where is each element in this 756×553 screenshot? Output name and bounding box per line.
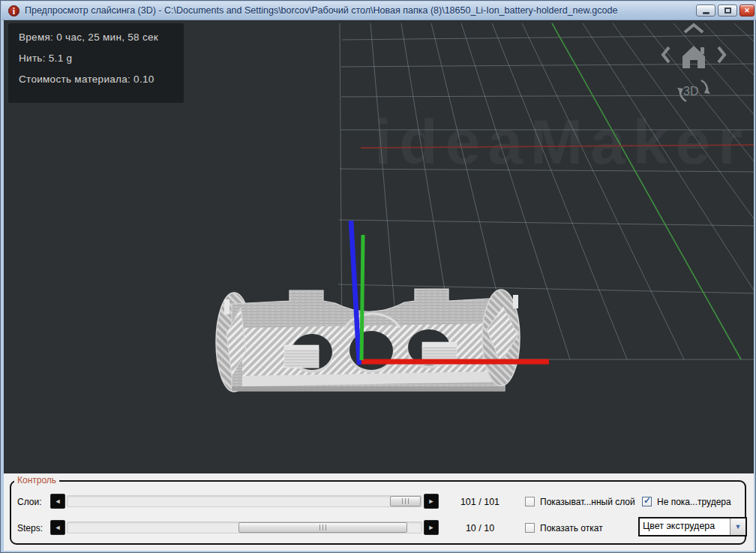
window-title: Предпросмотр слайсинга (3D) - C:\Documen… — [25, 5, 670, 16]
control-groupbox — [10, 480, 746, 545]
checkbox-hide-extruder-label[interactable]: Не пока...трудера — [657, 497, 731, 507]
control-panel: Контроль Слои: ◄ ► 101 / 101 Показыват..… — [4, 473, 754, 551]
view-home-button[interactable] — [682, 46, 705, 68]
minimize-icon — [703, 12, 710, 14]
viewport-3d[interactable]: ideaMaker — [4, 20, 754, 473]
steps-slider-left-button[interactable]: ◄ — [50, 520, 65, 535]
close-icon: ✕ — [744, 7, 750, 14]
dropdown-button[interactable]: ▼ — [730, 518, 746, 535]
right-arrow-icon: ► — [428, 497, 435, 505]
close-button[interactable]: ✕ — [740, 5, 754, 17]
info-overlay: Время: 0 час, 25 мин, 58 сек Нить: 5.1 g… — [8, 23, 184, 103]
checkbox-hide-extruder[interactable] — [642, 497, 652, 506]
axis-y-line — [362, 235, 363, 360]
layers-slider-left-button[interactable]: ◄ — [50, 494, 65, 509]
info-filament: Нить: 5.1 g — [19, 53, 173, 64]
info-time: Время: 0 час, 25 мин, 58 сек — [19, 32, 173, 43]
bed-axis-x-line — [361, 145, 754, 148]
group-label: Контроль — [14, 475, 59, 485]
checkbox-show-retraction-label[interactable]: Показать откат — [540, 523, 603, 533]
view-rotate-3d-button[interactable]: 3D — [677, 80, 710, 101]
checkbox-show-retraction[interactable] — [525, 523, 535, 533]
info-cost: Стоимость материала: 0.10 — [19, 74, 173, 85]
steps-slider-track[interactable] — [67, 521, 422, 533]
checkbox-show-layer-label[interactable]: Показыват...нный слой — [540, 497, 635, 507]
layers-value: 101 / 101 — [450, 497, 510, 507]
grip-icon — [402, 498, 410, 504]
view-right-button[interactable] — [718, 47, 724, 62]
steps-slider-right-button[interactable]: ► — [424, 520, 439, 535]
left-arrow-icon: ◄ — [55, 524, 62, 531]
maximize-button[interactable] — [718, 5, 737, 17]
layers-label: Слои: — [17, 497, 42, 507]
model-battery-holder — [216, 289, 520, 392]
checkbox-show-layer[interactable] — [525, 497, 535, 506]
layers-slider-thumb[interactable] — [390, 496, 421, 506]
view-up-button[interactable] — [685, 25, 703, 32]
steps-slider-thumb[interactable] — [238, 522, 407, 533]
chevron-down-icon: ▼ — [735, 523, 742, 530]
minimize-button[interactable] — [696, 5, 716, 17]
steps-value: 10 / 10 — [450, 523, 510, 533]
grip-icon — [320, 524, 327, 530]
steps-label: Steps: — [17, 523, 43, 533]
extruder-color-value: Цвет экструдера — [643, 521, 715, 531]
layers-slider-track[interactable] — [67, 495, 422, 507]
view-left-button[interactable] — [663, 47, 669, 62]
bed-axis-y-line — [552, 23, 741, 359]
right-arrow-icon: ► — [428, 524, 435, 531]
maximize-icon — [724, 8, 731, 14]
app-window: i Предпросмотр слайсинга (3D) - C:\Docum… — [0, 0, 756, 553]
layers-slider-right-button[interactable]: ► — [424, 494, 439, 509]
title-bar[interactable]: i Предпросмотр слайсинга (3D) - C:\Docum… — [2, 2, 756, 20]
extruder-color-select[interactable]: Цвет экструдера ▼ — [638, 517, 747, 536]
rotate-3d-icon: 3D — [683, 85, 698, 98]
app-icon: i — [8, 5, 20, 17]
left-arrow-icon: ◄ — [55, 497, 62, 505]
